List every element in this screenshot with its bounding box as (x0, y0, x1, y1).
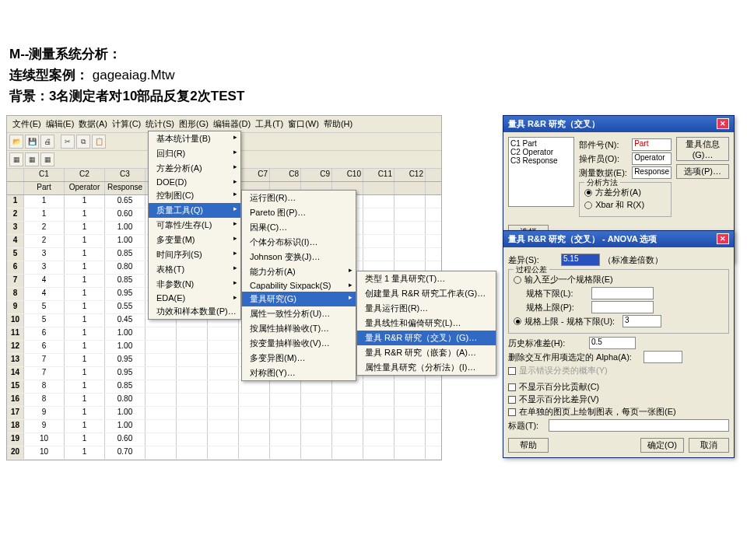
heading-line3: 背景：3名测定者对10部品反复2次TEST (9, 86, 244, 107)
table-row[interactable]: 201010.70 (7, 446, 441, 460)
menu-item[interactable]: Pareto 图(P)… (242, 205, 356, 220)
save-icon[interactable]: 💾 (25, 135, 39, 149)
operator-input[interactable]: Operator (632, 152, 672, 165)
part-label: 部件号(N): (579, 139, 629, 151)
menu-item[interactable]: 表格(T) (149, 262, 240, 277)
gage-info-button[interactable]: 量具信息(G)… (676, 137, 729, 161)
menu-item[interactable]: 计算(C) (110, 117, 143, 131)
tool-icon[interactable]: ▦ (25, 152, 39, 166)
dialog-titlebar[interactable]: 量具 R&R 研究（交叉） ✕ (503, 116, 734, 132)
anova-radio[interactable]: 方差分析(A) (584, 187, 666, 198)
tolerance-radio[interactable]: 规格上限 - 规格下限(U):3 (514, 315, 724, 327)
menu-item[interactable]: EDA(E) (149, 292, 240, 304)
menu-item[interactable]: 能力分析(A) (242, 264, 356, 279)
menu-item[interactable]: 类型 1 量具研究(T)… (357, 271, 496, 286)
cancel-button[interactable]: 取消 (689, 438, 729, 453)
alpha-input[interactable] (644, 351, 682, 363)
menu-item[interactable]: 基本统计量(B) (149, 131, 240, 146)
list-item[interactable]: C2 Operator (510, 148, 572, 156)
options-button[interactable]: 选项(P)… (676, 164, 729, 179)
list-item[interactable]: C1 Part (510, 139, 572, 148)
menu-item[interactable]: Johnson 变换(J)… (242, 250, 356, 264)
anova-options-dialog: 量具 R&R 研究（交叉） - ANOVA 选项 ✕ 差异(S):5.15（标准… (503, 230, 735, 458)
tool-icon[interactable]: ▦ (9, 152, 23, 166)
analysis-method-group: 分析方法 方差分析(A) Xbar 和 R(X) (579, 182, 672, 217)
xbar-r-radio[interactable]: Xbar 和 R(X) (584, 199, 666, 211)
table-row[interactable]: 16810.80 (7, 394, 441, 407)
tool-icon[interactable]: ▦ (40, 152, 54, 166)
menu-item[interactable]: 量具研究(G) (242, 292, 356, 306)
variable-list[interactable]: C1 PartC2 OperatorC3 Response (508, 137, 574, 207)
operator-label: 操作员(O): (579, 153, 629, 165)
copy-icon[interactable]: ⧉ (76, 135, 90, 149)
show-misclass-checkbox: 显示错误分类的概率(Y) (508, 365, 729, 376)
print-icon[interactable]: 🖨 (40, 135, 54, 149)
menu-item[interactable]: 属性量具研究（分析法）(I)… (357, 360, 496, 375)
table-row[interactable]: 191010.60 (7, 433, 441, 446)
quality-tools-menu[interactable]: 运行图(R)…Pareto 图(P)…因果(C)…个体分布标识(I)…Johns… (241, 190, 356, 381)
menu-item[interactable]: 非参数(N) (149, 277, 240, 292)
paste-icon[interactable]: 📋 (92, 135, 106, 149)
menu-item[interactable]: 质量工具(Q) (149, 203, 240, 218)
cut-icon[interactable]: ✂ (61, 135, 75, 149)
menu-item[interactable]: 个体分布标识(I)… (242, 235, 356, 250)
dialog-title: 量具 R&R 研究（交叉） - ANOVA 选项 (508, 233, 657, 245)
menu-item[interactable]: 对称图(Y)… (242, 366, 356, 380)
stat-menu[interactable]: 基本统计量(B)回归(R)方差分析(A)DOE(D)控制图(C)质量工具(Q)可… (148, 131, 241, 320)
menu-item[interactable]: 工具(T) (253, 117, 286, 131)
menu-item[interactable]: 文件(E) (10, 117, 44, 131)
heading-line1: M--测量系统分析： (9, 44, 244, 65)
gage-study-menu[interactable]: 类型 1 量具研究(T)…创建量具 R&R 研究工作表(G)…量具运行图(R)…… (356, 271, 496, 376)
separate-pages-checkbox[interactable]: 在单独的图页上绘制图表，每页一张图(E) (508, 406, 729, 418)
menu-item[interactable]: 运行图(R)… (242, 191, 356, 205)
menu-item[interactable]: 量具运行图(R)… (357, 301, 496, 316)
table-row[interactable]: 15810.85 (7, 380, 441, 394)
menu-item[interactable]: Capability Sixpack(S) (242, 279, 356, 292)
hide-contribution-checkbox[interactable]: 不显示百分比贡献(C) (508, 381, 729, 393)
measurement-input[interactable]: Response (632, 166, 672, 179)
menu-item[interactable]: 创建量具 R&R 研究工作表(G)… (357, 286, 496, 301)
menu-item[interactable]: 方差分析(A) (149, 161, 240, 176)
menu-item[interactable]: 按变量抽样验收(V)… (242, 336, 356, 351)
menu-item[interactable]: 属性一致性分析(U)… (242, 306, 356, 321)
menu-item[interactable]: 编辑(E) (44, 117, 77, 131)
close-icon[interactable]: ✕ (717, 233, 729, 244)
menu-item[interactable]: 多变异图(M)… (242, 351, 356, 366)
table-row[interactable]: 17911.00 (7, 407, 441, 420)
hide-variance-checkbox[interactable]: 不显示百分比差异(V) (508, 394, 729, 405)
dialog-titlebar[interactable]: 量具 R&R 研究（交叉） - ANOVA 选项 ✕ (503, 231, 734, 247)
menu-item[interactable]: 编辑器(D) (211, 117, 253, 131)
menu-item[interactable]: DOE(D) (149, 176, 240, 188)
menu-item[interactable]: 数据(A) (76, 117, 110, 131)
help-button[interactable]: 帮助 (508, 438, 549, 453)
menu-item[interactable]: 控制图(C) (149, 188, 240, 203)
heading-line2: 连续型案例： gageaiag.Mtw (9, 65, 244, 86)
usl-input[interactable] (591, 301, 654, 313)
diff-input[interactable]: 5.15 (561, 254, 600, 266)
menu-item[interactable]: 帮助(H) (321, 117, 355, 131)
menu-item[interactable]: 功效和样本数量(P)… (149, 304, 240, 319)
table-row[interactable]: 18911.00 (7, 420, 441, 433)
menu-item[interactable]: 量具 R&R 研究（交叉）(G)… (357, 331, 496, 345)
menu-item[interactable]: 多变量(M) (149, 233, 240, 247)
close-icon[interactable]: ✕ (717, 118, 729, 129)
part-input[interactable]: Part (632, 138, 672, 151)
menu-item[interactable]: 回归(R) (149, 146, 240, 161)
menu-item[interactable]: 因果(C)… (242, 220, 356, 235)
lsl-input[interactable] (591, 287, 654, 299)
tolerance-input[interactable]: 3 (622, 315, 661, 327)
menu-item[interactable]: 图形(G) (177, 117, 211, 131)
menu-item[interactable]: 量具 R&R 研究（嵌套）(A)… (357, 345, 496, 360)
title-input[interactable] (549, 419, 729, 432)
spec-limits-radio[interactable]: 输入至少一个规格限(E) (514, 274, 724, 285)
menu-item[interactable]: 时间序列(S) (149, 247, 240, 262)
menu-item[interactable]: 按属性抽样验收(T)… (242, 321, 356, 336)
menu-item[interactable]: 可靠性/生存(L) (149, 218, 240, 233)
menu-item[interactable]: 统计(S) (143, 117, 177, 131)
open-icon[interactable]: 📂 (9, 135, 23, 149)
hist-sd-input[interactable]: 0.5 (589, 337, 636, 349)
menu-item[interactable]: 窗口(W) (286, 117, 321, 131)
ok-button[interactable]: 确定(O) (640, 438, 684, 453)
list-item[interactable]: C3 Response (510, 156, 572, 165)
menu-item[interactable]: 量具线性和偏倚研究(L)… (357, 316, 496, 331)
